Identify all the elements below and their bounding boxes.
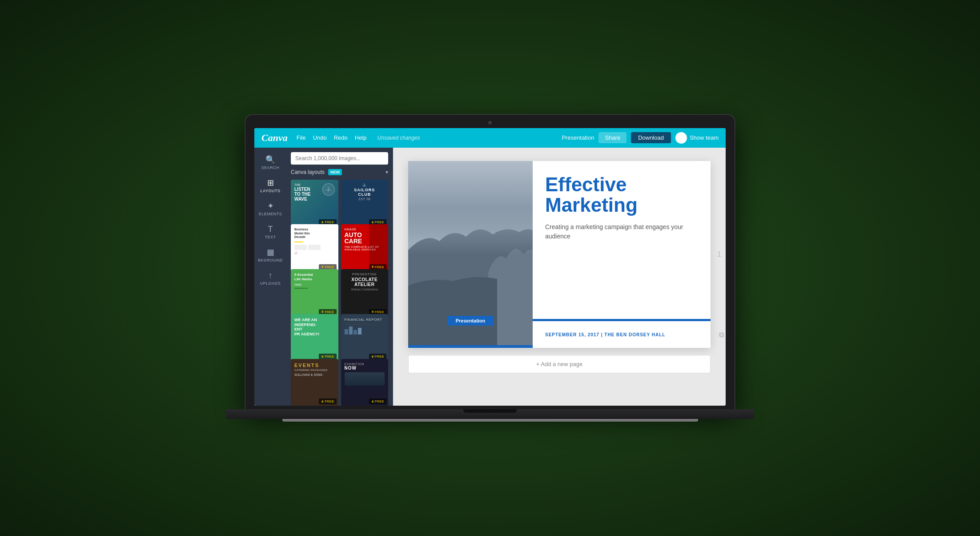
free-badge-exhibition: FREE	[369, 399, 386, 404]
sidebar-item-uploads[interactable]: ↑ UPLOADS	[254, 267, 286, 290]
layout-card-exhibition[interactable]: EXHIBITION NOW FREE	[341, 359, 389, 406]
sidebar-item-elements[interactable]: ✦ ELEMENTS	[254, 197, 286, 221]
layouts-icon: ⊞	[267, 179, 274, 187]
slide-presentation-label: Presentation	[448, 316, 494, 326]
sidebar-elements-label: ELEMENTS	[259, 212, 282, 216]
laptop-camera	[488, 121, 492, 125]
layout-card-sailors[interactable]: ⚓ SAILORSCLUB EST. '88 FREE	[341, 180, 389, 227]
top-nav: Canva File Undo Redo Help Unsaved change…	[254, 128, 726, 148]
uploads-icon: ↑	[269, 271, 273, 279]
share-button[interactable]: Share	[598, 132, 627, 143]
nav-file[interactable]: File	[297, 134, 306, 141]
slide-content-area: Effective Marketing Creating a marketing…	[533, 161, 711, 348]
slide-photo-bar	[408, 345, 533, 348]
filter-label: Canva layouts	[291, 169, 325, 175]
laptop-foot	[282, 419, 698, 422]
layout-card-pr[interactable]: WE ARE ANINDEPEND-ENTPR AGENCY! FREE	[291, 314, 338, 362]
elements-icon: ✦	[267, 202, 274, 210]
slide-wrapper: Presentation Effective Marketing Creatin…	[408, 161, 711, 348]
download-button[interactable]: Download	[631, 132, 671, 143]
search-input[interactable]	[291, 152, 388, 165]
card-pr-title: WE ARE ANINDEPEND-ENTPR AGENCY!	[291, 314, 338, 340]
slide-bottom-bar	[533, 319, 711, 321]
search-area	[286, 148, 393, 169]
sidebar-uploads-label: UPLOADS	[260, 281, 281, 286]
nav-undo[interactable]: Undo	[313, 134, 327, 141]
layout-card-lifehacks[interactable]: 5 EssentialLife Hacks FREE FREE	[291, 269, 338, 317]
card-sailors-title: ⚓ SAILORSCLUB EST. '88	[341, 180, 389, 204]
show-team-label: Show team	[690, 134, 719, 141]
layout-card-listen[interactable]: the LISTENTO THEWAVE ⚓ FREE	[291, 180, 338, 227]
show-team-button[interactable]: Show team	[675, 132, 719, 144]
main-area: 🔍 SEARCH ⊞ LAYOUTS ✦ ELEMENTS T TEXT	[254, 148, 726, 406]
slide-page-number: 1	[717, 250, 721, 258]
nav-redo[interactable]: Redo	[334, 134, 348, 141]
slide-canvas[interactable]: Presentation Effective Marketing Creatin…	[408, 161, 711, 348]
svg-rect-2	[408, 161, 533, 241]
laptop-notch	[463, 409, 517, 413]
layout-card-financial[interactable]: FINANCIAL REPORT	[341, 314, 389, 362]
laptop-base	[226, 409, 754, 419]
card-exhibition-title: EXHIBITION NOW	[341, 359, 389, 389]
sidebar-text-label: TEXT	[265, 235, 276, 239]
add-page-button[interactable]: + Add a new page	[408, 355, 711, 373]
background-icon: ▦	[267, 248, 274, 256]
card-xocolate-title: PRESENTING XOCOLATEATELIER Artisan Confe…	[341, 269, 389, 294]
slide-title: Effective Marketing	[545, 174, 698, 215]
slide-subtitle: Creating a marketing campaign that engag…	[545, 222, 698, 241]
search-icon: 🔍	[265, 156, 275, 164]
layouts-panel: Canva layouts NEW ▾ the LISTENTO THEWAVE	[286, 148, 393, 406]
card-events-title: EVENTS CATERING PACKAGES SULLIVAN & SONS	[291, 359, 338, 380]
sidebar-item-text[interactable]: T TEXT	[254, 221, 286, 244]
layouts-filter[interactable]: Canva layouts NEW ▾	[286, 169, 393, 180]
filter-new-badge: NEW	[328, 169, 342, 175]
sidebar: 🔍 SEARCH ⊞ LAYOUTS ✦ ELEMENTS T TEXT	[254, 148, 286, 406]
filter-arrow-icon: ▾	[386, 169, 388, 175]
card-lifehacks-title: 5 EssentialLife Hacks FREE	[291, 269, 338, 292]
card-financial-title: FINANCIAL REPORT	[341, 314, 389, 338]
slide-date: SEPTEMBER 15, 2017 | THE BEN DORSEY HALL	[545, 332, 665, 337]
layouts-grid: the LISTENTO THEWAVE ⚓ FREE ⚓	[286, 180, 393, 406]
sidebar-search-label: SEARCH	[261, 165, 280, 170]
nav-menu: File Undo Redo Help Unsaved changes	[297, 134, 562, 141]
sidebar-item-layouts[interactable]: ⊞ LAYOUTS	[254, 174, 286, 197]
layout-card-events[interactable]: EVENTS CATERING PACKAGES SULLIVAN & SONS…	[291, 359, 338, 406]
nav-right: Presentation Share Download Show team	[562, 132, 719, 144]
sidebar-item-background[interactable]: ▦ BKGROUND	[254, 244, 286, 267]
sidebar-layouts-label: LAYOUTS	[261, 189, 281, 193]
card-business-title: BusinessModel thisDecade 📈	[291, 224, 338, 259]
copy-page-icon[interactable]: ⧉	[719, 331, 724, 339]
unsaved-status: Unsaved changes	[378, 135, 420, 141]
presentation-label: Presentation	[562, 134, 594, 141]
nav-help[interactable]: Help	[355, 134, 367, 141]
free-badge-events: FREE	[319, 399, 336, 404]
nav-logo[interactable]: Canva	[261, 132, 288, 144]
canvas-area: Presentation Effective Marketing Creatin…	[393, 148, 726, 406]
sidebar-bkground-label: BKGROUND	[258, 258, 283, 262]
text-icon: T	[268, 225, 273, 233]
layout-card-business[interactable]: BusinessModel thisDecade 📈 FREE	[291, 224, 338, 272]
layout-card-xocolate[interactable]: PRESENTING XOCOLATEATELIER Artisan Confe…	[341, 269, 389, 317]
team-avatar	[675, 132, 687, 144]
slide-photo-area: Presentation	[408, 161, 533, 348]
sidebar-item-search[interactable]: 🔍 SEARCH	[254, 151, 286, 174]
layout-card-auto[interactable]: HAAGE AUTOCARE THE COMPLETE LIST OF AVAI…	[341, 224, 389, 272]
